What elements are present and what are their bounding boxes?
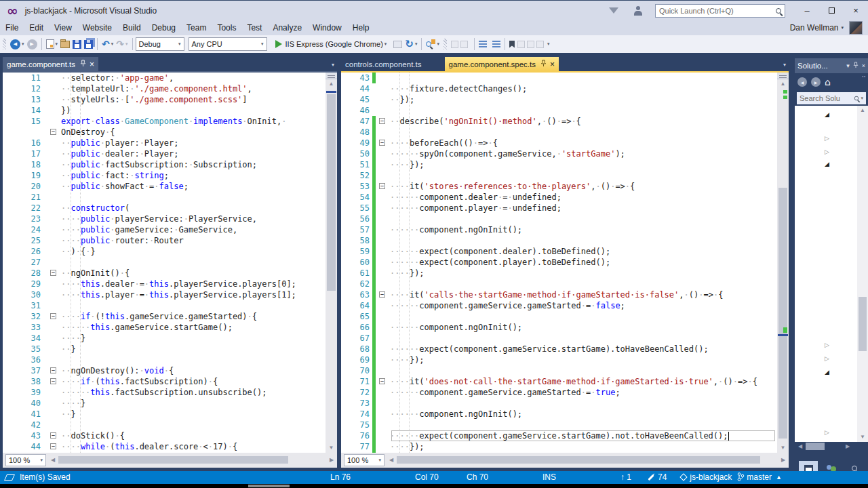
- search-solution-input[interactable]: Search Solu ▾: [797, 92, 866, 104]
- code-line[interactable]: 61····});: [341, 268, 789, 279]
- feedback-icon[interactable]: [609, 7, 618, 14]
- tree-expander-closed-icon[interactable]: ▷: [825, 342, 829, 348]
- document-list-dropdown-icon[interactable]: ▾: [783, 62, 786, 68]
- navigate-to-button[interactable]: [451, 41, 470, 48]
- pending-edits-button[interactable]: 74: [648, 471, 667, 484]
- code-line[interactable]: 35··}: [3, 344, 337, 354]
- pin-icon[interactable]: [540, 60, 547, 68]
- fold-toggle-icon[interactable]: −: [50, 129, 56, 135]
- new-file-button[interactable]: ▾: [46, 39, 58, 49]
- toggle-bookmark-button[interactable]: [509, 41, 515, 48]
- fold-toggle-icon[interactable]: −: [50, 367, 56, 373]
- code-line[interactable]: 40····}: [3, 398, 337, 409]
- close-button[interactable]: ×: [844, 2, 868, 20]
- code-line[interactable]: 32−····if·(!this.gameService.gameStarted…: [3, 311, 337, 322]
- code-line[interactable]: 63−····it('calls·the·startGame·method·if…: [341, 289, 789, 300]
- horizontal-scrollbar[interactable]: ◀ ▶: [49, 455, 336, 465]
- tree-expander-open-icon[interactable]: ◢: [825, 111, 829, 118]
- refresh-button[interactable]: ↻▾: [405, 39, 417, 49]
- code-line[interactable]: 77····});: [341, 441, 789, 452]
- menu-window[interactable]: Window: [307, 21, 347, 35]
- fold-toggle-icon[interactable]: −: [379, 140, 385, 146]
- code-line[interactable]: 50······spyOn(component.gameService,·'st…: [341, 148, 789, 159]
- code-line[interactable]: 74······component.ngOnInit();: [341, 409, 789, 420]
- platform-dropdown[interactable]: Any CPU▾: [189, 37, 267, 51]
- scrollbar-thumb[interactable]: [859, 297, 867, 351]
- fold-toggle-icon[interactable]: −: [379, 183, 385, 189]
- pin-icon[interactable]: [853, 62, 859, 70]
- code-line[interactable]: 55······component.player·=·undefined;: [341, 203, 789, 214]
- navigate-forward-button[interactable]: ▶: [27, 39, 37, 49]
- branch-button[interactable]: master: [736, 471, 772, 484]
- toolbar-grip[interactable]: [3, 39, 6, 49]
- scroll-up-arrow[interactable]: ▲: [777, 79, 789, 89]
- bookmark-nav-buttons[interactable]: ▾: [517, 41, 550, 48]
- save-button[interactable]: [73, 40, 81, 49]
- code-line[interactable]: 41··}: [3, 409, 337, 420]
- tree-horizontal-scrollbar[interactable]: ◀ ▶: [795, 442, 868, 451]
- scroll-up-arrow[interactable]: ▲: [857, 106, 868, 115]
- indent-buttons[interactable]: [479, 41, 500, 47]
- code-line[interactable]: 73: [341, 398, 789, 409]
- code-line[interactable]: 16··public·player:·Player;: [3, 138, 337, 148]
- zoom-dropdown[interactable]: 100 %▾: [5, 454, 46, 466]
- undo-button[interactable]: ↶▾: [102, 39, 113, 49]
- find-in-files-button[interactable]: ▾: [426, 39, 439, 49]
- code-line[interactable]: 51····});: [341, 159, 789, 170]
- code-line[interactable]: 44−····while·(this.dealer.score·<·17)·{: [3, 441, 337, 452]
- close-tab-icon[interactable]: ×: [550, 61, 555, 68]
- document-list-dropdown-icon[interactable]: ▾: [332, 62, 334, 68]
- code-line[interactable]: 64······component.gameService.gameStarte…: [341, 300, 789, 311]
- code-line[interactable]: 78: [341, 452, 789, 453]
- user-dropdown-icon[interactable]: ▾: [841, 25, 844, 30]
- start-debugging-button[interactable]: IIS Express (Google Chrome)▾: [275, 40, 387, 48]
- code-line[interactable]: 19··public·fact:·string;: [3, 170, 337, 181]
- code-line[interactable]: 27: [3, 257, 337, 268]
- tree-expander-open-icon[interactable]: ◢: [825, 369, 829, 375]
- code-line[interactable]: 20··public·showFact·=·false;: [3, 181, 337, 192]
- code-line[interactable]: −OnDestroy·{: [3, 127, 337, 138]
- menu-view[interactable]: View: [49, 21, 77, 35]
- zoom-dropdown[interactable]: 100 %▾: [344, 454, 384, 466]
- tree-expander-closed-icon[interactable]: ▷: [825, 429, 829, 436]
- code-line[interactable]: 49−····beforeEach(()·=>·{: [341, 138, 789, 148]
- code-line[interactable]: 45··});: [341, 94, 789, 105]
- fold-toggle-icon[interactable]: −: [50, 313, 56, 319]
- restore-button[interactable]: [819, 2, 844, 20]
- menu-build[interactable]: Build: [117, 21, 146, 35]
- code-line[interactable]: 37−··ngOnDestroy():·void·{: [3, 365, 337, 376]
- splitter-handle[interactable]: [777, 73, 789, 79]
- toolbar-overflow-icon[interactable]: '': [863, 75, 866, 81]
- code-line[interactable]: 57······component.ngOnInit();: [341, 224, 789, 235]
- commits-ahead-button[interactable]: ↑ 1: [620, 471, 631, 484]
- code-line[interactable]: 33······this.gameService.startGame();: [3, 322, 337, 333]
- code-line[interactable]: 28−··ngOnInit()·{: [3, 268, 337, 279]
- menu-website[interactable]: Website: [77, 21, 117, 35]
- code-editor-right[interactable]: 4344····fixture.detectChanges();45··});4…: [341, 73, 789, 453]
- code-line[interactable]: 12··templateUrl:·'./game.component.html'…: [3, 83, 337, 94]
- horizontal-scrollbar[interactable]: ◀ ▶: [387, 455, 787, 465]
- home-icon[interactable]: ⌂: [825, 77, 831, 87]
- fold-toggle-icon[interactable]: −: [50, 378, 56, 384]
- code-line[interactable]: 34····}: [3, 333, 337, 344]
- vertical-scrollbar[interactable]: ▲ ▼: [777, 73, 789, 453]
- minimize-button[interactable]: –: [795, 2, 819, 20]
- fold-toggle-icon[interactable]: −: [379, 291, 385, 298]
- navigate-back-button[interactable]: ◀▾: [10, 39, 24, 49]
- code-line[interactable]: 44····fixture.detectChanges();: [341, 83, 789, 94]
- tab-game-component-ts[interactable]: game.component.ts ×: [3, 57, 98, 71]
- code-line[interactable]: 38−····if·(this.factSubscription)·{: [3, 376, 337, 387]
- code-line[interactable]: 43−··doStick()·{: [3, 430, 337, 441]
- user-account-icon[interactable]: [633, 6, 643, 16]
- save-all-button[interactable]: [84, 40, 93, 49]
- pin-icon[interactable]: [80, 60, 86, 68]
- code-line[interactable]: 22··constructor(: [3, 203, 337, 214]
- code-line[interactable]: 54······component.dealer·=·undefined;: [341, 192, 789, 203]
- code-line[interactable]: 13··styleUrls:·['./game.component.scss']: [3, 94, 337, 105]
- menu-file[interactable]: File: [0, 21, 24, 35]
- tab-game-component-spec-ts[interactable]: game.component.spec.ts ×: [445, 57, 559, 71]
- panel-menu-icon[interactable]: ▾: [846, 62, 850, 69]
- code-line[interactable]: 66······component.ngOnInit();: [341, 322, 789, 333]
- tree-expander-closed-icon[interactable]: ▷: [825, 135, 829, 142]
- code-line[interactable]: 70: [341, 365, 789, 376]
